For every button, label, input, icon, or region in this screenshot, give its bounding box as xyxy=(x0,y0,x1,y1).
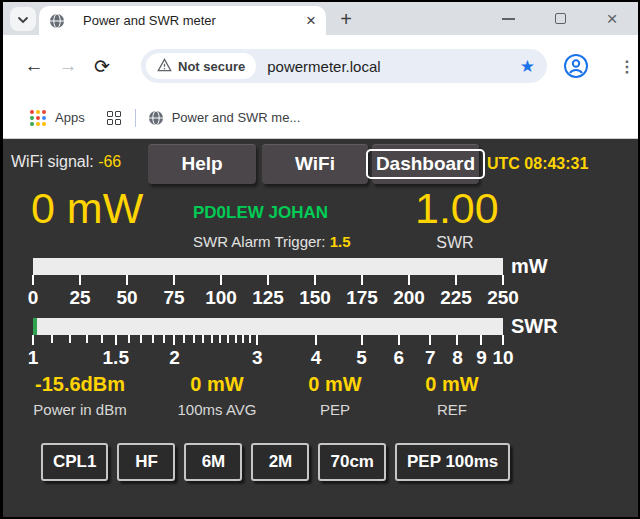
bookmark-item[interactable]: Power and SWR me... xyxy=(172,110,301,125)
tab-search-button[interactable] xyxy=(10,7,36,31)
nav-button-help[interactable]: Help xyxy=(148,144,256,184)
nav-button-label: WiFi xyxy=(295,153,335,175)
swr-meter-fill xyxy=(33,318,37,335)
close-window-button[interactable]: × xyxy=(586,2,638,35)
major-tick xyxy=(126,275,128,285)
major-tick xyxy=(32,335,34,345)
url-text[interactable]: powermeter.local xyxy=(267,58,520,75)
major-tick xyxy=(173,275,175,285)
readout-power-in-dbm: -15.6dBmPower in dBm xyxy=(33,373,126,418)
apps-shortcut[interactable]: Apps xyxy=(55,110,85,125)
callsign: PD0LEW JOHAN xyxy=(193,203,328,223)
swr-meter-bar xyxy=(33,318,503,335)
minor-tick xyxy=(69,335,71,343)
swr-caption: SWR xyxy=(436,234,473,252)
browser-tab[interactable]: Power and SWR meter × xyxy=(39,6,326,35)
nav-button-wifi[interactable]: WiFi xyxy=(262,144,368,184)
swr-meter-scale: 11.52345678910 xyxy=(33,347,503,369)
security-chip[interactable]: Not secure xyxy=(146,53,256,79)
browser-toolbar: ← → ⟳ Not secure powermeter.local ★ ⋮ xyxy=(3,35,638,97)
major-tick xyxy=(408,275,410,285)
tab-strip: Power and SWR meter × + × xyxy=(3,2,638,35)
tick-label: 5 xyxy=(356,347,367,369)
tick-label: 6 xyxy=(393,347,404,369)
minor-tick xyxy=(140,335,142,343)
readout-value: -15.6dBm xyxy=(33,373,126,396)
swr-alarm-value: 1.5 xyxy=(330,233,351,250)
profile-icon[interactable] xyxy=(563,53,589,79)
minor-tick xyxy=(101,335,103,343)
bookmarks-bar: Apps Power and SWR me... xyxy=(3,97,638,139)
chevron-down-icon xyxy=(17,10,29,28)
minor-tick xyxy=(128,335,130,343)
minor-tick xyxy=(86,335,88,343)
minor-tick xyxy=(202,335,204,343)
band-button-70cm[interactable]: 70cm xyxy=(318,443,385,481)
minor-tick xyxy=(183,335,185,343)
major-tick xyxy=(480,335,482,345)
band-button-hf[interactable]: HF xyxy=(117,443,175,481)
nav-button-dashboard[interactable]: Dashboard xyxy=(372,144,479,184)
swr-alarm-trigger: SWR Alarm Trigger: 1.5 xyxy=(193,233,351,250)
major-tick xyxy=(314,275,316,285)
major-tick xyxy=(455,275,457,285)
power-meter-ticks xyxy=(33,275,503,286)
tick-label: 2 xyxy=(169,347,180,369)
tick-label: 50 xyxy=(116,287,137,309)
maximize-button[interactable] xyxy=(534,2,586,35)
major-tick xyxy=(502,335,504,345)
readout-100ms-avg: 0 mW100ms AVG xyxy=(178,373,257,418)
reload-button[interactable]: ⟳ xyxy=(85,49,119,83)
utc-clock: UTC 08:43:31 xyxy=(487,155,588,173)
readout-value: 0 mW xyxy=(425,373,478,396)
menu-kebab-icon[interactable]: ⋮ xyxy=(619,57,635,76)
bookmarks-separator xyxy=(135,109,136,127)
tick-label: 200 xyxy=(393,287,425,309)
tick-label: 150 xyxy=(299,287,331,309)
band-button-6m[interactable]: 6M xyxy=(184,443,242,481)
major-tick xyxy=(115,335,117,345)
major-tick xyxy=(361,335,363,345)
band-button-cpl1[interactable]: CPL1 xyxy=(41,443,108,481)
band-button-2m[interactable]: 2M xyxy=(251,443,309,481)
band-button-pep-100ms[interactable]: PEP 100ms xyxy=(395,443,510,481)
back-button[interactable]: ← xyxy=(17,49,51,83)
minor-tick xyxy=(51,335,53,343)
readout-label: PEP xyxy=(308,401,361,418)
address-bar[interactable]: Not secure powermeter.local ★ xyxy=(141,49,547,83)
tab-close-icon[interactable]: × xyxy=(306,12,316,29)
readout-label: REF xyxy=(425,401,478,418)
power-meter-unit: mW xyxy=(511,255,548,278)
minor-tick xyxy=(211,335,213,343)
wifi-signal-label: WiFi signal: xyxy=(11,153,94,170)
major-tick xyxy=(315,335,317,345)
major-tick xyxy=(220,275,222,285)
minor-tick xyxy=(193,335,195,343)
minimize-button[interactable] xyxy=(482,2,534,35)
power-meter-bar xyxy=(33,258,503,275)
forward-button[interactable]: → xyxy=(51,49,85,83)
major-tick xyxy=(456,335,458,345)
major-tick xyxy=(256,335,258,345)
swr-reading-big: 1.00 xyxy=(415,184,499,233)
band-buttons: CPL1HF6M2M70cmPEP 100ms xyxy=(41,443,510,481)
major-tick xyxy=(32,275,34,285)
major-tick xyxy=(502,275,504,285)
tick-label: 3 xyxy=(252,347,263,369)
minor-tick xyxy=(163,335,165,343)
tick-label: 4 xyxy=(311,347,322,369)
nav-button-label: Dashboard xyxy=(366,149,485,179)
major-tick xyxy=(267,275,269,285)
security-chip-label: Not secure xyxy=(178,59,245,74)
readout-label: Power in dBm xyxy=(33,401,126,418)
tick-label: 75 xyxy=(163,287,184,309)
major-tick xyxy=(173,335,175,345)
tick-label: 1.5 xyxy=(103,347,129,369)
bookmark-star-icon[interactable]: ★ xyxy=(520,56,535,77)
tab-groups-icon[interactable] xyxy=(107,111,121,125)
readout-value: 0 mW xyxy=(178,373,257,396)
major-tick xyxy=(79,275,81,285)
new-tab-button[interactable]: + xyxy=(334,7,358,31)
major-tick xyxy=(361,275,363,285)
window-controls: × xyxy=(482,2,638,35)
